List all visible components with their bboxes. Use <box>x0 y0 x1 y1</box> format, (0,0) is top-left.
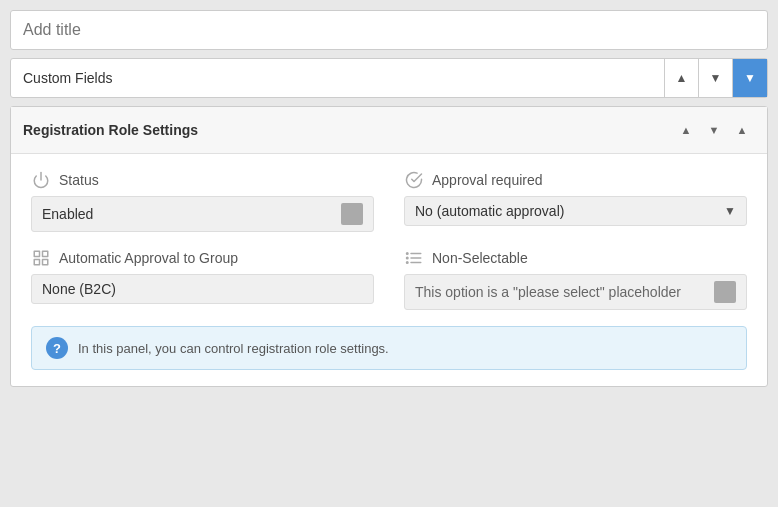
approval-value: No (automatic approval) <box>415 203 724 219</box>
custom-fields-up-button[interactable]: ▲ <box>665 59 699 97</box>
info-banner: ? In this panel, you can control registr… <box>31 326 747 370</box>
approval-required-field-group: Approval required No (automatic approval… <box>404 170 747 232</box>
status-toggle-field[interactable]: Enabled <box>31 196 374 232</box>
panel-title: Registration Role Settings <box>23 122 673 138</box>
svg-rect-3 <box>34 260 39 265</box>
non-selectable-label-text: Non-Selectable <box>432 250 528 266</box>
status-value: Enabled <box>42 206 333 222</box>
svg-rect-2 <box>43 251 48 256</box>
group-icon <box>31 248 51 268</box>
panel-body: Status Enabled <box>11 154 767 386</box>
panel-up-button[interactable]: ▲ <box>673 117 699 143</box>
panel-collapse-button[interactable]: ▲ <box>729 117 755 143</box>
non-selectable-field-group: Non-Selectable This option is a "please … <box>404 248 747 310</box>
svg-rect-1 <box>34 251 39 256</box>
title-input[interactable] <box>11 11 767 49</box>
status-label-text: Status <box>59 172 99 188</box>
svg-point-8 <box>407 253 409 255</box>
svg-point-10 <box>407 262 409 264</box>
custom-fields-controls: ▲ ▼ ▼ <box>664 59 767 97</box>
panel-header-controls: ▲ ▼ ▲ <box>673 117 755 143</box>
auto-approval-field-group: Automatic Approval to Group None (B2C) <box>31 248 374 310</box>
svg-point-9 <box>407 257 409 259</box>
auto-approval-label-text: Automatic Approval to Group <box>59 250 238 266</box>
registration-role-settings-panel: Registration Role Settings ▲ ▼ ▲ <box>10 106 768 387</box>
auto-approval-label-row: Automatic Approval to Group <box>31 248 374 268</box>
non-selectable-label-row: Non-Selectable <box>404 248 747 268</box>
svg-rect-4 <box>43 260 48 265</box>
non-selectable-placeholder-field[interactable]: This option is a "please select" placeho… <box>404 274 747 310</box>
custom-fields-toggle-button[interactable]: ▼ <box>733 59 767 97</box>
approval-chevron-down-icon: ▼ <box>724 204 736 218</box>
panel-header: Registration Role Settings ▲ ▼ ▲ <box>11 107 767 154</box>
non-selectable-toggle-switch[interactable] <box>714 281 736 303</box>
nonselect-icon <box>404 248 424 268</box>
auto-approval-value: None (B2C) <box>42 281 363 297</box>
status-toggle-switch[interactable] <box>341 203 363 225</box>
approval-label-text: Approval required <box>432 172 543 188</box>
custom-fields-label: Custom Fields <box>11 60 664 96</box>
status-label-row: Status <box>31 170 374 190</box>
approval-select[interactable]: No (automatic approval) ▼ <box>404 196 747 226</box>
title-input-wrapper <box>10 10 768 50</box>
info-icon: ? <box>46 337 68 359</box>
approval-icon <box>404 170 424 190</box>
custom-fields-bar: Custom Fields ▲ ▼ ▼ <box>10 58 768 98</box>
approval-label-row: Approval required <box>404 170 747 190</box>
power-icon <box>31 170 51 190</box>
status-field-group: Status Enabled <box>31 170 374 232</box>
info-banner-text: In this panel, you can control registrat… <box>78 341 389 356</box>
custom-fields-down-button[interactable]: ▼ <box>699 59 733 97</box>
page-container: Custom Fields ▲ ▼ ▼ Registration Role Se… <box>10 10 768 387</box>
fields-grid: Status Enabled <box>31 170 747 310</box>
auto-approval-value-field[interactable]: None (B2C) <box>31 274 374 304</box>
panel-down-button[interactable]: ▼ <box>701 117 727 143</box>
non-selectable-placeholder-text: This option is a "please select" placeho… <box>415 284 706 300</box>
